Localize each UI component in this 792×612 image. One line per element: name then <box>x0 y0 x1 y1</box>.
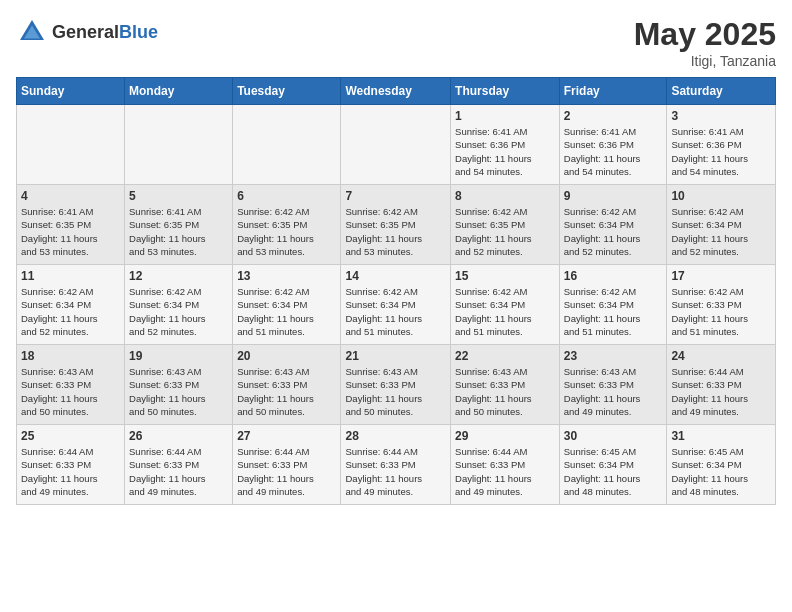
weekday-header-thursday: Thursday <box>451 78 560 105</box>
day-info: Sunrise: 6:43 AM Sunset: 6:33 PM Dayligh… <box>455 365 555 418</box>
day-info: Sunrise: 6:43 AM Sunset: 6:33 PM Dayligh… <box>345 365 446 418</box>
day-number: 22 <box>455 349 555 363</box>
day-number: 2 <box>564 109 663 123</box>
day-number: 7 <box>345 189 446 203</box>
day-info: Sunrise: 6:41 AM Sunset: 6:36 PM Dayligh… <box>671 125 771 178</box>
day-number: 10 <box>671 189 771 203</box>
calendar-cell: 12Sunrise: 6:42 AM Sunset: 6:34 PM Dayli… <box>125 265 233 345</box>
day-info: Sunrise: 6:42 AM Sunset: 6:35 PM Dayligh… <box>345 205 446 258</box>
calendar-cell: 24Sunrise: 6:44 AM Sunset: 6:33 PM Dayli… <box>667 345 776 425</box>
day-number: 21 <box>345 349 446 363</box>
day-info: Sunrise: 6:43 AM Sunset: 6:33 PM Dayligh… <box>564 365 663 418</box>
logo-blue: Blue <box>119 22 158 42</box>
page-header: GeneralBlue May 2025 Itigi, Tanzania <box>16 16 776 69</box>
calendar-cell: 6Sunrise: 6:42 AM Sunset: 6:35 PM Daylig… <box>233 185 341 265</box>
calendar-cell: 3Sunrise: 6:41 AM Sunset: 6:36 PM Daylig… <box>667 105 776 185</box>
day-number: 5 <box>129 189 228 203</box>
calendar-cell: 21Sunrise: 6:43 AM Sunset: 6:33 PM Dayli… <box>341 345 451 425</box>
calendar-week-4: 18Sunrise: 6:43 AM Sunset: 6:33 PM Dayli… <box>17 345 776 425</box>
day-number: 29 <box>455 429 555 443</box>
weekday-header-saturday: Saturday <box>667 78 776 105</box>
day-info: Sunrise: 6:42 AM Sunset: 6:33 PM Dayligh… <box>671 285 771 338</box>
calendar-week-2: 4Sunrise: 6:41 AM Sunset: 6:35 PM Daylig… <box>17 185 776 265</box>
day-info: Sunrise: 6:45 AM Sunset: 6:34 PM Dayligh… <box>671 445 771 498</box>
calendar-cell: 22Sunrise: 6:43 AM Sunset: 6:33 PM Dayli… <box>451 345 560 425</box>
day-number: 30 <box>564 429 663 443</box>
month-year: May 2025 <box>634 16 776 53</box>
calendar-cell: 23Sunrise: 6:43 AM Sunset: 6:33 PM Dayli… <box>559 345 667 425</box>
day-number: 23 <box>564 349 663 363</box>
calendar-cell <box>17 105 125 185</box>
day-number: 31 <box>671 429 771 443</box>
day-info: Sunrise: 6:44 AM Sunset: 6:33 PM Dayligh… <box>671 365 771 418</box>
calendar-cell: 7Sunrise: 6:42 AM Sunset: 6:35 PM Daylig… <box>341 185 451 265</box>
calendar-cell: 2Sunrise: 6:41 AM Sunset: 6:36 PM Daylig… <box>559 105 667 185</box>
day-info: Sunrise: 6:42 AM Sunset: 6:34 PM Dayligh… <box>345 285 446 338</box>
day-number: 14 <box>345 269 446 283</box>
day-info: Sunrise: 6:44 AM Sunset: 6:33 PM Dayligh… <box>455 445 555 498</box>
day-info: Sunrise: 6:42 AM Sunset: 6:34 PM Dayligh… <box>455 285 555 338</box>
day-number: 25 <box>21 429 120 443</box>
weekday-header-wednesday: Wednesday <box>341 78 451 105</box>
day-info: Sunrise: 6:44 AM Sunset: 6:33 PM Dayligh… <box>21 445 120 498</box>
calendar-cell: 13Sunrise: 6:42 AM Sunset: 6:34 PM Dayli… <box>233 265 341 345</box>
day-number: 1 <box>455 109 555 123</box>
calendar-cell: 11Sunrise: 6:42 AM Sunset: 6:34 PM Dayli… <box>17 265 125 345</box>
day-number: 17 <box>671 269 771 283</box>
calendar-week-3: 11Sunrise: 6:42 AM Sunset: 6:34 PM Dayli… <box>17 265 776 345</box>
calendar-cell: 29Sunrise: 6:44 AM Sunset: 6:33 PM Dayli… <box>451 425 560 505</box>
location: Itigi, Tanzania <box>634 53 776 69</box>
day-number: 9 <box>564 189 663 203</box>
day-info: Sunrise: 6:44 AM Sunset: 6:33 PM Dayligh… <box>129 445 228 498</box>
calendar-cell: 20Sunrise: 6:43 AM Sunset: 6:33 PM Dayli… <box>233 345 341 425</box>
day-info: Sunrise: 6:42 AM Sunset: 6:34 PM Dayligh… <box>237 285 336 338</box>
weekday-header-tuesday: Tuesday <box>233 78 341 105</box>
day-number: 28 <box>345 429 446 443</box>
calendar-week-1: 1Sunrise: 6:41 AM Sunset: 6:36 PM Daylig… <box>17 105 776 185</box>
day-info: Sunrise: 6:43 AM Sunset: 6:33 PM Dayligh… <box>237 365 336 418</box>
title-block: May 2025 Itigi, Tanzania <box>634 16 776 69</box>
calendar-cell: 26Sunrise: 6:44 AM Sunset: 6:33 PM Dayli… <box>125 425 233 505</box>
day-info: Sunrise: 6:42 AM Sunset: 6:34 PM Dayligh… <box>564 285 663 338</box>
day-info: Sunrise: 6:42 AM Sunset: 6:34 PM Dayligh… <box>21 285 120 338</box>
calendar-cell: 16Sunrise: 6:42 AM Sunset: 6:34 PM Dayli… <box>559 265 667 345</box>
day-number: 26 <box>129 429 228 443</box>
day-info: Sunrise: 6:42 AM Sunset: 6:34 PM Dayligh… <box>564 205 663 258</box>
day-info: Sunrise: 6:41 AM Sunset: 6:36 PM Dayligh… <box>455 125 555 178</box>
calendar-cell: 27Sunrise: 6:44 AM Sunset: 6:33 PM Dayli… <box>233 425 341 505</box>
day-number: 24 <box>671 349 771 363</box>
calendar-cell: 10Sunrise: 6:42 AM Sunset: 6:34 PM Dayli… <box>667 185 776 265</box>
calendar-cell: 28Sunrise: 6:44 AM Sunset: 6:33 PM Dayli… <box>341 425 451 505</box>
calendar-cell: 8Sunrise: 6:42 AM Sunset: 6:35 PM Daylig… <box>451 185 560 265</box>
calendar-cell: 4Sunrise: 6:41 AM Sunset: 6:35 PM Daylig… <box>17 185 125 265</box>
logo: GeneralBlue <box>16 16 158 48</box>
day-number: 11 <box>21 269 120 283</box>
calendar-cell <box>341 105 451 185</box>
day-info: Sunrise: 6:43 AM Sunset: 6:33 PM Dayligh… <box>21 365 120 418</box>
calendar-cell <box>125 105 233 185</box>
calendar-cell: 9Sunrise: 6:42 AM Sunset: 6:34 PM Daylig… <box>559 185 667 265</box>
weekday-header-friday: Friday <box>559 78 667 105</box>
calendar-cell: 31Sunrise: 6:45 AM Sunset: 6:34 PM Dayli… <box>667 425 776 505</box>
day-info: Sunrise: 6:43 AM Sunset: 6:33 PM Dayligh… <box>129 365 228 418</box>
day-info: Sunrise: 6:42 AM Sunset: 6:34 PM Dayligh… <box>671 205 771 258</box>
calendar-cell: 15Sunrise: 6:42 AM Sunset: 6:34 PM Dayli… <box>451 265 560 345</box>
calendar-cell: 18Sunrise: 6:43 AM Sunset: 6:33 PM Dayli… <box>17 345 125 425</box>
weekday-header-monday: Monday <box>125 78 233 105</box>
day-number: 20 <box>237 349 336 363</box>
calendar-cell: 25Sunrise: 6:44 AM Sunset: 6:33 PM Dayli… <box>17 425 125 505</box>
calendar-cell: 1Sunrise: 6:41 AM Sunset: 6:36 PM Daylig… <box>451 105 560 185</box>
day-number: 19 <box>129 349 228 363</box>
calendar-table: SundayMondayTuesdayWednesdayThursdayFrid… <box>16 77 776 505</box>
calendar-cell: 5Sunrise: 6:41 AM Sunset: 6:35 PM Daylig… <box>125 185 233 265</box>
calendar-cell: 14Sunrise: 6:42 AM Sunset: 6:34 PM Dayli… <box>341 265 451 345</box>
day-info: Sunrise: 6:45 AM Sunset: 6:34 PM Dayligh… <box>564 445 663 498</box>
day-number: 12 <box>129 269 228 283</box>
day-info: Sunrise: 6:41 AM Sunset: 6:35 PM Dayligh… <box>21 205 120 258</box>
day-number: 13 <box>237 269 336 283</box>
day-info: Sunrise: 6:42 AM Sunset: 6:34 PM Dayligh… <box>129 285 228 338</box>
day-number: 15 <box>455 269 555 283</box>
calendar-cell: 19Sunrise: 6:43 AM Sunset: 6:33 PM Dayli… <box>125 345 233 425</box>
day-number: 6 <box>237 189 336 203</box>
day-number: 16 <box>564 269 663 283</box>
